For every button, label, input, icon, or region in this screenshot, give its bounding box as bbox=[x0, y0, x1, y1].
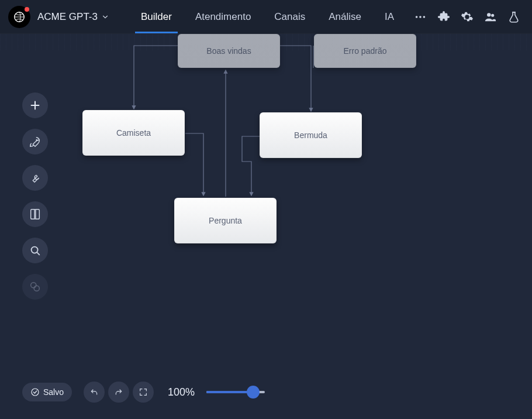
top-header: ACME GPT-3 Builder Atendimento Canais An… bbox=[0, 0, 532, 34]
save-status-label: Salvo bbox=[43, 387, 64, 397]
node-label: Boas vindas bbox=[206, 46, 251, 56]
zoom-slider-fill bbox=[206, 391, 253, 393]
svg-point-3 bbox=[423, 16, 426, 18]
search-icon bbox=[29, 244, 42, 257]
logo-icon bbox=[13, 11, 26, 23]
node-label: Pergunta bbox=[209, 216, 242, 225]
tab-label: IA bbox=[385, 11, 394, 23]
history-controls bbox=[84, 382, 154, 403]
svg-point-1 bbox=[416, 16, 418, 18]
project-name-label: ACME GPT-3 bbox=[37, 11, 98, 23]
node-label: Erro padrão bbox=[344, 46, 387, 56]
node-label: Camiseta bbox=[116, 128, 151, 138]
tab-label: Atendimento bbox=[195, 11, 251, 23]
wrench-icon bbox=[29, 171, 42, 184]
tab-canais[interactable]: Canais bbox=[262, 0, 317, 33]
tab-builder[interactable]: Builder bbox=[129, 0, 184, 33]
flow-canvas[interactable]: Boas vindas Erro padrão Camiseta Bermuda… bbox=[0, 34, 532, 419]
fullscreen-icon bbox=[139, 387, 148, 397]
chevron-down-icon bbox=[101, 13, 109, 21]
node-label: Bermuda bbox=[294, 130, 327, 140]
redo-button[interactable] bbox=[108, 382, 129, 403]
save-status: Salvo bbox=[22, 383, 72, 401]
tab-label: Builder bbox=[141, 11, 172, 23]
tab-label: Análise bbox=[329, 11, 361, 23]
extensions-button[interactable] bbox=[437, 11, 450, 23]
gear-icon bbox=[461, 11, 474, 23]
tab-atendimento[interactable]: Atendimento bbox=[184, 0, 262, 33]
zoom-percent-label: 100% bbox=[168, 386, 195, 399]
rocket-icon bbox=[29, 135, 42, 148]
flow-node-erro-padrao[interactable]: Erro padrão bbox=[314, 34, 416, 68]
beta-button[interactable] bbox=[507, 11, 520, 23]
search-button[interactable] bbox=[22, 238, 48, 263]
tab-ia[interactable]: IA bbox=[373, 0, 406, 33]
team-button[interactable] bbox=[484, 11, 497, 23]
main-tabs: Builder Atendimento Canais Análise IA bbox=[129, 0, 435, 33]
svg-point-6 bbox=[36, 139, 37, 141]
flow-node-bermuda[interactable]: Bermuda bbox=[260, 112, 362, 158]
svg-point-5 bbox=[491, 13, 494, 16]
tools-button[interactable] bbox=[22, 165, 48, 191]
logo[interactable] bbox=[8, 6, 30, 28]
book-icon bbox=[29, 208, 42, 221]
canvas-bottom-bar: Salvo 100% bbox=[22, 382, 265, 403]
flow-node-pergunta[interactable]: Pergunta bbox=[174, 198, 277, 243]
tab-label: Canais bbox=[274, 11, 305, 23]
redo-icon bbox=[114, 387, 123, 397]
flow-node-camiseta[interactable]: Camiseta bbox=[82, 110, 185, 156]
docs-button[interactable] bbox=[22, 201, 48, 227]
publish-button[interactable] bbox=[22, 129, 48, 154]
svg-point-4 bbox=[487, 13, 490, 16]
versions-button[interactable] bbox=[22, 274, 48, 300]
zoom-slider[interactable] bbox=[206, 391, 265, 393]
settings-button[interactable] bbox=[461, 11, 474, 23]
notification-dot-icon bbox=[25, 7, 29, 12]
undo-icon bbox=[89, 387, 99, 397]
plus-icon bbox=[29, 99, 42, 112]
svg-point-9 bbox=[34, 286, 39, 291]
svg-point-7 bbox=[32, 247, 38, 253]
more-horizontal-icon bbox=[414, 11, 427, 23]
svg-point-8 bbox=[31, 283, 36, 288]
canvas-sidebar bbox=[22, 126, 48, 300]
svg-point-2 bbox=[419, 16, 422, 18]
team-icon bbox=[484, 11, 497, 23]
zoom-slider-knob[interactable] bbox=[247, 386, 260, 399]
puzzle-icon bbox=[437, 11, 450, 23]
add-node-button[interactable] bbox=[22, 92, 48, 118]
check-circle-icon bbox=[30, 387, 40, 397]
tab-analise[interactable]: Análise bbox=[317, 0, 373, 33]
undo-button[interactable] bbox=[84, 382, 105, 403]
fit-view-button[interactable] bbox=[133, 382, 154, 403]
header-actions bbox=[437, 11, 520, 23]
svg-point-10 bbox=[32, 389, 39, 396]
tab-more[interactable] bbox=[406, 0, 435, 33]
project-selector[interactable]: ACME GPT-3 bbox=[37, 11, 109, 23]
flask-icon bbox=[507, 11, 520, 23]
versions-icon bbox=[29, 280, 42, 293]
flow-node-boas-vindas[interactable]: Boas vindas bbox=[178, 34, 280, 68]
